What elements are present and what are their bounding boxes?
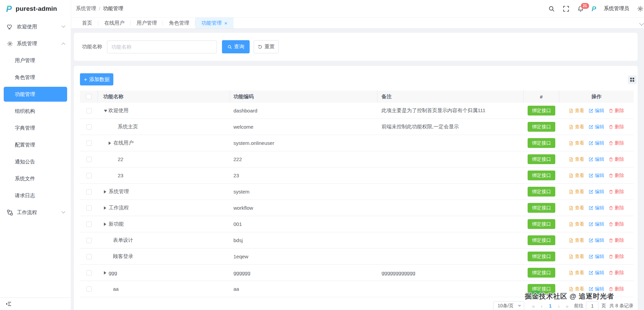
row-checkbox[interactable] bbox=[86, 222, 92, 227]
bind-api-button[interactable]: 绑定接口 bbox=[528, 122, 555, 132]
bind-api-button[interactable]: 绑定接口 bbox=[528, 268, 555, 278]
column-header-name[interactable]: 功能名称 bbox=[98, 91, 230, 103]
bind-api-button[interactable]: 绑定接口 bbox=[528, 219, 555, 229]
view-link[interactable]: 查看 bbox=[569, 237, 584, 243]
row-checkbox[interactable] bbox=[86, 157, 92, 162]
query-button[interactable]: 查询 bbox=[222, 40, 250, 53]
delete-link[interactable]: 删除 bbox=[609, 173, 624, 179]
delete-link[interactable]: 删除 bbox=[609, 140, 624, 146]
view-link[interactable]: 查看 bbox=[569, 156, 584, 162]
row-checkbox[interactable] bbox=[86, 270, 92, 276]
last-page-button[interactable]: » bbox=[563, 303, 571, 309]
delete-link[interactable]: 删除 bbox=[609, 124, 624, 130]
tab-角色管理[interactable]: 角色管理 bbox=[163, 18, 195, 28]
delete-link[interactable]: 删除 bbox=[609, 189, 624, 195]
search-icon[interactable] bbox=[548, 5, 555, 12]
edit-link[interactable]: 编辑 bbox=[589, 108, 604, 114]
sidebar-item-system[interactable]: 系统管理 bbox=[0, 35, 71, 52]
row-checkbox[interactable] bbox=[86, 189, 92, 195]
avatar[interactable]: P bbox=[592, 5, 596, 12]
delete-link[interactable]: 删除 bbox=[609, 205, 624, 211]
tab-options-chevron-icon[interactable] bbox=[639, 21, 644, 26]
tab-功能管理[interactable]: 功能管理 × bbox=[195, 18, 233, 28]
bind-api-button[interactable]: 绑定接口 bbox=[528, 187, 555, 197]
view-link[interactable]: 查看 bbox=[569, 108, 584, 114]
row-checkbox[interactable] bbox=[86, 205, 92, 211]
row-checkbox[interactable] bbox=[86, 286, 92, 292]
current-page[interactable]: 1 bbox=[545, 303, 555, 309]
add-data-button[interactable]: + 添加数据 bbox=[80, 73, 113, 85]
bell-icon[interactable]: 21 bbox=[577, 5, 584, 12]
edit-link[interactable]: 编辑 bbox=[589, 237, 604, 243]
settings-gear-icon[interactable] bbox=[637, 5, 644, 12]
tab-首页[interactable]: 首页 bbox=[76, 18, 98, 28]
view-link[interactable]: 查看 bbox=[569, 270, 584, 276]
sidebar-item-配置管理[interactable]: 配置管理 bbox=[0, 136, 71, 153]
bind-api-button[interactable]: 绑定接口 bbox=[528, 138, 555, 148]
delete-link[interactable]: 删除 bbox=[609, 156, 624, 162]
column-header-actions[interactable]: 操作 bbox=[559, 91, 634, 103]
delete-link[interactable]: 删除 bbox=[609, 254, 624, 260]
column-header-code[interactable]: 功能编码 bbox=[230, 91, 377, 103]
sidebar-item-用户管理[interactable]: 用户管理 bbox=[0, 52, 71, 69]
view-link[interactable]: 查看 bbox=[569, 221, 584, 227]
tab-在线用户[interactable]: 在线用户 bbox=[98, 18, 131, 28]
select-all-checkbox[interactable] bbox=[86, 94, 91, 99]
delete-link[interactable]: 删除 bbox=[609, 108, 624, 114]
edit-link[interactable]: 编辑 bbox=[589, 189, 604, 195]
column-settings-button[interactable] bbox=[628, 75, 637, 84]
bind-api-button[interactable]: 绑定接口 bbox=[528, 203, 555, 213]
view-link[interactable]: 查看 bbox=[569, 205, 584, 211]
reset-button[interactable]: 重置 bbox=[254, 40, 279, 53]
view-link[interactable]: 查看 bbox=[569, 124, 584, 130]
tab-用户管理[interactable]: 用户管理 bbox=[131, 18, 163, 28]
view-link[interactable]: 查看 bbox=[569, 254, 584, 260]
collapse-sidebar-icon[interactable] bbox=[5, 301, 12, 307]
breadcrumb-parent[interactable]: 系统管理 bbox=[76, 5, 96, 12]
next-page-button[interactable]: › bbox=[555, 303, 563, 309]
column-header-hash[interactable]: # bbox=[524, 91, 559, 103]
view-link[interactable]: 查看 bbox=[569, 140, 584, 146]
row-checkbox[interactable] bbox=[86, 108, 92, 113]
sidebar-item-功能管理[interactable]: 功能管理 bbox=[4, 87, 67, 102]
first-page-button[interactable]: « bbox=[529, 303, 538, 309]
row-checkbox[interactable] bbox=[86, 254, 92, 259]
edit-link[interactable]: 编辑 bbox=[589, 286, 604, 292]
sidebar-item-workflow[interactable]: 工作流程 bbox=[0, 204, 71, 221]
sidebar-item-角色管理[interactable]: 角色管理 bbox=[0, 69, 71, 86]
edit-link[interactable]: 编辑 bbox=[589, 270, 604, 276]
goto-page-input[interactable] bbox=[586, 301, 598, 310]
sidebar-item-组织机构[interactable]: 组织机构 bbox=[0, 103, 71, 120]
bind-api-button[interactable]: 绑定接口 bbox=[528, 154, 555, 164]
edit-link[interactable]: 编辑 bbox=[589, 124, 604, 130]
bind-api-button[interactable]: 绑定接口 bbox=[528, 235, 555, 245]
expand-arrow-icon[interactable] bbox=[109, 141, 111, 145]
row-checkbox[interactable] bbox=[86, 140, 92, 146]
edit-link[interactable]: 编辑 bbox=[589, 221, 604, 227]
view-link[interactable]: 查看 bbox=[569, 286, 584, 292]
feature-name-input[interactable] bbox=[107, 41, 217, 53]
bind-api-button[interactable]: 绑定接口 bbox=[528, 252, 555, 261]
sidebar-item-系统文件[interactable]: 系统文件 bbox=[0, 170, 71, 187]
sidebar-item-请求日志[interactable]: 请求日志 bbox=[0, 187, 71, 204]
page-size-select[interactable]: 10条/页 bbox=[493, 301, 524, 310]
bind-api-button[interactable]: 绑定接口 bbox=[528, 171, 555, 180]
sidebar-item-通知公告[interactable]: 通知公告 bbox=[0, 153, 71, 170]
column-header-remark[interactable]: 备注 bbox=[377, 91, 524, 103]
row-checkbox[interactable] bbox=[86, 238, 92, 243]
edit-link[interactable]: 编辑 bbox=[589, 205, 604, 211]
delete-link[interactable]: 删除 bbox=[609, 286, 624, 292]
delete-link[interactable]: 删除 bbox=[609, 270, 624, 276]
sidebar-item-字典管理[interactable]: 字典管理 bbox=[0, 120, 71, 136]
expand-arrow-icon[interactable] bbox=[104, 110, 107, 112]
bind-api-button[interactable]: 绑定接口 bbox=[528, 106, 555, 115]
row-checkbox[interactable] bbox=[86, 173, 92, 178]
expand-arrow-icon[interactable] bbox=[104, 190, 106, 193]
edit-link[interactable]: 编辑 bbox=[589, 173, 604, 179]
expand-arrow-icon[interactable] bbox=[104, 223, 106, 226]
edit-link[interactable]: 编辑 bbox=[589, 156, 604, 162]
fullscreen-icon[interactable] bbox=[563, 5, 569, 12]
username[interactable]: 系统管理员 bbox=[604, 5, 629, 12]
prev-page-button[interactable]: ‹ bbox=[538, 303, 545, 309]
edit-link[interactable]: 编辑 bbox=[589, 254, 604, 260]
